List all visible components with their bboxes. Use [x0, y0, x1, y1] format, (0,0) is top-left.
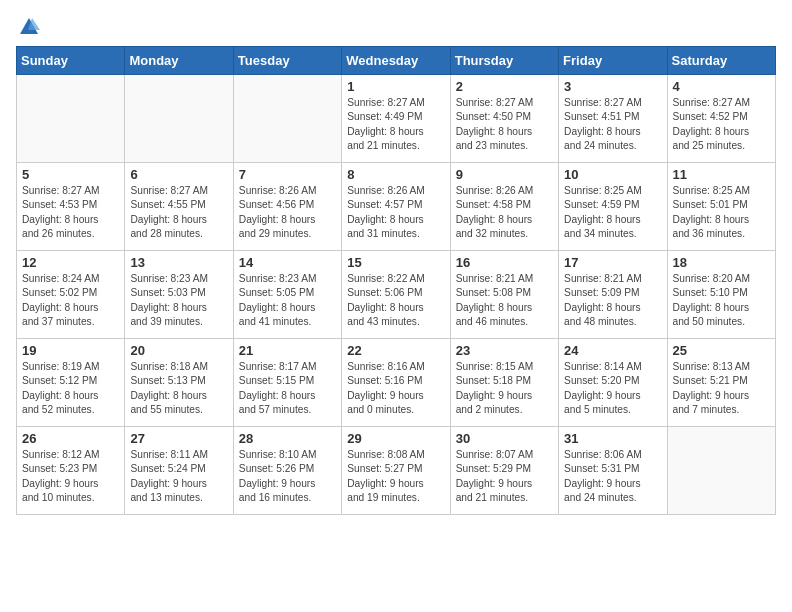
day-info: Sunrise: 8:14 AMSunset: 5:20 PMDaylight:… — [564, 360, 661, 417]
day-info: Sunrise: 8:10 AMSunset: 5:26 PMDaylight:… — [239, 448, 336, 505]
calendar-cell: 22Sunrise: 8:16 AMSunset: 5:16 PMDayligh… — [342, 339, 450, 427]
day-info: Sunrise: 8:27 AMSunset: 4:52 PMDaylight:… — [673, 96, 770, 153]
calendar-cell: 16Sunrise: 8:21 AMSunset: 5:08 PMDayligh… — [450, 251, 558, 339]
day-number: 30 — [456, 431, 553, 446]
day-number: 7 — [239, 167, 336, 182]
calendar-cell: 9Sunrise: 8:26 AMSunset: 4:58 PMDaylight… — [450, 163, 558, 251]
week-row-3: 12Sunrise: 8:24 AMSunset: 5:02 PMDayligh… — [17, 251, 776, 339]
day-info: Sunrise: 8:25 AMSunset: 5:01 PMDaylight:… — [673, 184, 770, 241]
day-number: 6 — [130, 167, 227, 182]
weekday-header-sunday: Sunday — [17, 47, 125, 75]
calendar-cell: 14Sunrise: 8:23 AMSunset: 5:05 PMDayligh… — [233, 251, 341, 339]
day-number: 23 — [456, 343, 553, 358]
day-info: Sunrise: 8:16 AMSunset: 5:16 PMDaylight:… — [347, 360, 444, 417]
calendar-cell: 8Sunrise: 8:26 AMSunset: 4:57 PMDaylight… — [342, 163, 450, 251]
day-number: 10 — [564, 167, 661, 182]
calendar-cell: 24Sunrise: 8:14 AMSunset: 5:20 PMDayligh… — [559, 339, 667, 427]
logo-icon — [18, 16, 40, 38]
day-info: Sunrise: 8:19 AMSunset: 5:12 PMDaylight:… — [22, 360, 119, 417]
calendar-cell: 11Sunrise: 8:25 AMSunset: 5:01 PMDayligh… — [667, 163, 775, 251]
day-info: Sunrise: 8:27 AMSunset: 4:51 PMDaylight:… — [564, 96, 661, 153]
calendar-cell: 26Sunrise: 8:12 AMSunset: 5:23 PMDayligh… — [17, 427, 125, 515]
day-number: 1 — [347, 79, 444, 94]
page-header — [16, 16, 776, 38]
calendar-cell: 21Sunrise: 8:17 AMSunset: 5:15 PMDayligh… — [233, 339, 341, 427]
calendar-cell — [17, 75, 125, 163]
calendar-cell: 28Sunrise: 8:10 AMSunset: 5:26 PMDayligh… — [233, 427, 341, 515]
day-info: Sunrise: 8:21 AMSunset: 5:08 PMDaylight:… — [456, 272, 553, 329]
day-info: Sunrise: 8:11 AMSunset: 5:24 PMDaylight:… — [130, 448, 227, 505]
day-number: 24 — [564, 343, 661, 358]
day-number: 2 — [456, 79, 553, 94]
weekday-header-friday: Friday — [559, 47, 667, 75]
day-number: 15 — [347, 255, 444, 270]
week-row-1: 1Sunrise: 8:27 AMSunset: 4:49 PMDaylight… — [17, 75, 776, 163]
day-number: 22 — [347, 343, 444, 358]
day-number: 4 — [673, 79, 770, 94]
calendar-cell — [667, 427, 775, 515]
weekday-header-saturday: Saturday — [667, 47, 775, 75]
day-info: Sunrise: 8:23 AMSunset: 5:03 PMDaylight:… — [130, 272, 227, 329]
day-info: Sunrise: 8:13 AMSunset: 5:21 PMDaylight:… — [673, 360, 770, 417]
weekday-header-row: SundayMondayTuesdayWednesdayThursdayFrid… — [17, 47, 776, 75]
day-info: Sunrise: 8:27 AMSunset: 4:53 PMDaylight:… — [22, 184, 119, 241]
weekday-header-tuesday: Tuesday — [233, 47, 341, 75]
calendar-cell: 4Sunrise: 8:27 AMSunset: 4:52 PMDaylight… — [667, 75, 775, 163]
day-info: Sunrise: 8:27 AMSunset: 4:55 PMDaylight:… — [130, 184, 227, 241]
day-number: 11 — [673, 167, 770, 182]
calendar-cell: 2Sunrise: 8:27 AMSunset: 4:50 PMDaylight… — [450, 75, 558, 163]
day-number: 18 — [673, 255, 770, 270]
day-number: 27 — [130, 431, 227, 446]
calendar-cell: 20Sunrise: 8:18 AMSunset: 5:13 PMDayligh… — [125, 339, 233, 427]
day-info: Sunrise: 8:26 AMSunset: 4:56 PMDaylight:… — [239, 184, 336, 241]
day-number: 20 — [130, 343, 227, 358]
day-number: 3 — [564, 79, 661, 94]
weekday-header-monday: Monday — [125, 47, 233, 75]
day-number: 12 — [22, 255, 119, 270]
day-number: 25 — [673, 343, 770, 358]
calendar-cell: 5Sunrise: 8:27 AMSunset: 4:53 PMDaylight… — [17, 163, 125, 251]
day-number: 29 — [347, 431, 444, 446]
calendar-cell: 27Sunrise: 8:11 AMSunset: 5:24 PMDayligh… — [125, 427, 233, 515]
day-number: 14 — [239, 255, 336, 270]
calendar-cell: 17Sunrise: 8:21 AMSunset: 5:09 PMDayligh… — [559, 251, 667, 339]
day-number: 5 — [22, 167, 119, 182]
calendar-cell: 23Sunrise: 8:15 AMSunset: 5:18 PMDayligh… — [450, 339, 558, 427]
day-info: Sunrise: 8:17 AMSunset: 5:15 PMDaylight:… — [239, 360, 336, 417]
day-number: 26 — [22, 431, 119, 446]
day-info: Sunrise: 8:27 AMSunset: 4:49 PMDaylight:… — [347, 96, 444, 153]
day-number: 28 — [239, 431, 336, 446]
calendar-cell: 1Sunrise: 8:27 AMSunset: 4:49 PMDaylight… — [342, 75, 450, 163]
day-info: Sunrise: 8:08 AMSunset: 5:27 PMDaylight:… — [347, 448, 444, 505]
day-info: Sunrise: 8:22 AMSunset: 5:06 PMDaylight:… — [347, 272, 444, 329]
logo — [16, 16, 40, 38]
calendar-cell: 10Sunrise: 8:25 AMSunset: 4:59 PMDayligh… — [559, 163, 667, 251]
day-number: 9 — [456, 167, 553, 182]
calendar-cell: 12Sunrise: 8:24 AMSunset: 5:02 PMDayligh… — [17, 251, 125, 339]
day-number: 17 — [564, 255, 661, 270]
day-number: 8 — [347, 167, 444, 182]
weekday-header-wednesday: Wednesday — [342, 47, 450, 75]
day-number: 21 — [239, 343, 336, 358]
week-row-5: 26Sunrise: 8:12 AMSunset: 5:23 PMDayligh… — [17, 427, 776, 515]
calendar-cell: 3Sunrise: 8:27 AMSunset: 4:51 PMDaylight… — [559, 75, 667, 163]
calendar-cell: 15Sunrise: 8:22 AMSunset: 5:06 PMDayligh… — [342, 251, 450, 339]
day-info: Sunrise: 8:15 AMSunset: 5:18 PMDaylight:… — [456, 360, 553, 417]
calendar-cell: 30Sunrise: 8:07 AMSunset: 5:29 PMDayligh… — [450, 427, 558, 515]
day-info: Sunrise: 8:26 AMSunset: 4:58 PMDaylight:… — [456, 184, 553, 241]
day-number: 19 — [22, 343, 119, 358]
day-info: Sunrise: 8:07 AMSunset: 5:29 PMDaylight:… — [456, 448, 553, 505]
calendar-cell — [125, 75, 233, 163]
calendar-cell: 18Sunrise: 8:20 AMSunset: 5:10 PMDayligh… — [667, 251, 775, 339]
calendar-cell: 29Sunrise: 8:08 AMSunset: 5:27 PMDayligh… — [342, 427, 450, 515]
weekday-header-thursday: Thursday — [450, 47, 558, 75]
day-info: Sunrise: 8:27 AMSunset: 4:50 PMDaylight:… — [456, 96, 553, 153]
week-row-2: 5Sunrise: 8:27 AMSunset: 4:53 PMDaylight… — [17, 163, 776, 251]
day-info: Sunrise: 8:06 AMSunset: 5:31 PMDaylight:… — [564, 448, 661, 505]
day-info: Sunrise: 8:21 AMSunset: 5:09 PMDaylight:… — [564, 272, 661, 329]
day-number: 13 — [130, 255, 227, 270]
calendar-cell: 6Sunrise: 8:27 AMSunset: 4:55 PMDaylight… — [125, 163, 233, 251]
day-info: Sunrise: 8:24 AMSunset: 5:02 PMDaylight:… — [22, 272, 119, 329]
day-info: Sunrise: 8:26 AMSunset: 4:57 PMDaylight:… — [347, 184, 444, 241]
calendar-cell: 13Sunrise: 8:23 AMSunset: 5:03 PMDayligh… — [125, 251, 233, 339]
